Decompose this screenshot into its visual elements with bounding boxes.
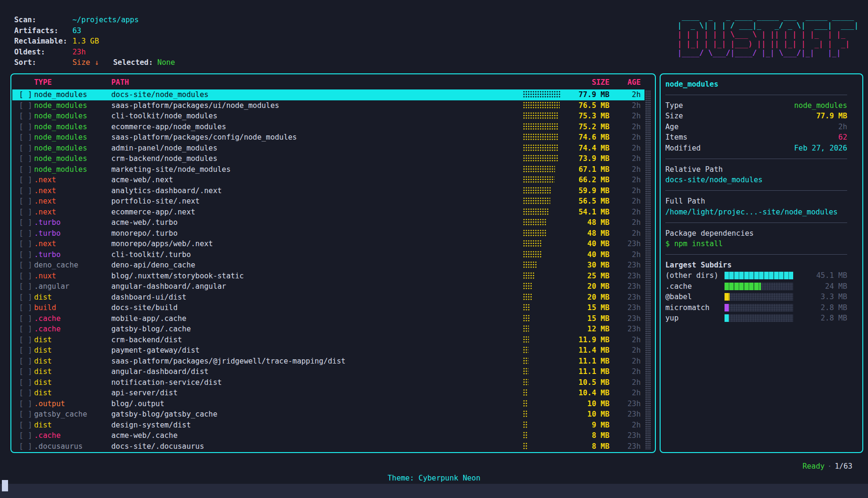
row-checkbox[interactable]: [ ] [19, 324, 32, 335]
column-header-type[interactable]: TYPE [34, 78, 52, 87]
row-checkbox[interactable]: [ ] [19, 292, 32, 303]
table-row[interactable]: [ ] build docs-site/build 15 MB 23h [11, 302, 655, 313]
row-age: 23h [608, 281, 641, 292]
table-row[interactable]: [ ] dist api-server/dist 10.4 MB 2h [11, 388, 655, 399]
table-row[interactable]: [ ] node_modules docs-site/node_modules … [11, 89, 655, 100]
row-checkbox[interactable]: [ ] [19, 430, 32, 441]
detail-kv-row: Age 2h [665, 122, 847, 133]
subdir-label: (other dirs) [665, 271, 718, 280]
row-checkbox[interactable]: [ ] [19, 153, 32, 164]
table-row[interactable]: [ ] dist saas-platform/packages/@jridgew… [11, 356, 655, 367]
row-checkbox[interactable]: [ ] [19, 366, 32, 377]
table-header: TYPE PATH SIZE AGE [11, 78, 655, 89]
row-checkbox[interactable]: [ ] [19, 122, 32, 133]
row-checkbox[interactable]: [ ] [19, 186, 32, 196]
table-row[interactable]: [ ] node_modules saas-platform/packages/… [11, 100, 655, 111]
table-row[interactable]: [ ] dist notification-service/dist 10.5 … [11, 377, 655, 388]
table-row[interactable]: [ ] deno_cache deno-api/deno_cache 30 MB… [11, 260, 655, 271]
row-checkbox[interactable]: [ ] [19, 132, 32, 143]
row-size-bar [523, 410, 528, 418]
table-row[interactable]: [ ] dist payment-gateway/dist 11.4 MB 2h [11, 345, 655, 356]
table-row[interactable]: [ ] .cache mobile-app/.cache 15 MB 23h [11, 313, 655, 324]
row-checkbox[interactable]: [ ] [19, 260, 32, 271]
row-age: 2h [608, 89, 641, 100]
row-checkbox[interactable]: [ ] [19, 143, 32, 154]
table-row[interactable]: [ ] .output blog/.output 10 MB 23h [11, 399, 655, 409]
row-checkbox[interactable]: [ ] [19, 196, 32, 207]
table-row[interactable]: [ ] node_modules crm-backend/node_module… [11, 153, 655, 164]
row-checkbox[interactable]: [ ] [19, 302, 32, 313]
detail-kv-row: Type node_modules [665, 100, 847, 111]
table-row[interactable]: [ ] gatsby_cache gatsby-blog/gatsby_cach… [11, 409, 655, 420]
table-row[interactable]: [ ] .next monorepo/apps/web/.next 40 MB … [11, 239, 655, 249]
row-checkbox[interactable]: [ ] [19, 207, 32, 218]
row-size: 74.4 MB [543, 143, 609, 154]
table-row[interactable]: [ ] .next ecommerce-app/.next 54.1 MB 2h [11, 207, 655, 218]
column-header-size[interactable]: SIZE [592, 78, 609, 87]
row-checkbox[interactable]: [ ] [19, 313, 32, 324]
summary-stat: Reclaimable:1.3 GB [14, 36, 175, 47]
table-scrollbar[interactable] [645, 90, 651, 449]
row-size: 75.3 MB [543, 111, 609, 122]
row-checkbox[interactable]: [ ] [19, 89, 32, 100]
row-type: .turbo [34, 249, 61, 260]
column-header-path[interactable]: PATH [111, 78, 129, 87]
table-row[interactable]: [ ] node_modules saas-platform/packages/… [11, 132, 655, 143]
table-row[interactable]: [ ] dist dashboard-ui/dist 20 MB 23h [11, 292, 655, 303]
row-checkbox[interactable]: [ ] [19, 377, 32, 388]
selected-value: None [157, 58, 175, 67]
table-row[interactable]: [ ] node_modules admin-panel/node_module… [11, 143, 655, 154]
row-size: 15 MB [543, 302, 609, 313]
row-checkbox[interactable]: [ ] [19, 335, 32, 346]
row-checkbox[interactable]: [ ] [19, 388, 32, 399]
table-row[interactable]: [ ] node_modules marketing-site/node_mod… [11, 164, 655, 175]
row-size: 25 MB [543, 271, 609, 282]
artifact-rows: [ ] node_modules docs-site/node_modules … [11, 89, 655, 452]
row-size-bar [523, 272, 535, 280]
row-age: 2h [608, 153, 641, 164]
table-row[interactable]: [ ] dist crm-backend/dist 11.9 MB 2h [11, 335, 655, 346]
row-checkbox[interactable]: [ ] [19, 249, 32, 260]
row-checkbox[interactable]: [ ] [19, 271, 32, 282]
row-checkbox[interactable]: [ ] [19, 441, 32, 452]
row-checkbox[interactable]: [ ] [19, 217, 32, 228]
row-checkbox[interactable]: [ ] [19, 399, 32, 409]
row-checkbox[interactable]: [ ] [19, 420, 32, 431]
row-checkbox[interactable]: [ ] [19, 345, 32, 356]
row-checkbox[interactable]: [ ] [19, 175, 32, 186]
table-row[interactable]: [ ] .turbo monorepo/.turbo 48 MB 2h [11, 228, 655, 239]
table-row[interactable]: [ ] .cache gatsby-blog/.cache 12 MB 23h [11, 324, 655, 335]
table-row[interactable]: [ ] node_modules ecommerce-app/node_modu… [11, 122, 655, 133]
row-checkbox[interactable]: [ ] [19, 356, 32, 367]
table-row[interactable]: [ ] .next portfolio-site/.next 56.5 MB 2… [11, 196, 655, 207]
stat-label: Reclaimable: [14, 36, 72, 47]
table-row[interactable]: [ ] .turbo acme-web/.turbo 48 MB 2h [11, 217, 655, 228]
detail-title: node_modules [665, 79, 847, 90]
table-row[interactable]: [ ] .angular angular-dashboard/.angular … [11, 281, 655, 292]
table-row[interactable]: [ ] .next analytics-dashboard/.next 59.9… [11, 186, 655, 196]
sort-value[interactable]: Size ↓ [72, 58, 99, 67]
row-checkbox[interactable]: [ ] [19, 239, 32, 249]
row-checkbox[interactable]: [ ] [19, 409, 32, 420]
table-row[interactable]: [ ] .next acme-web/.next 66.2 MB 2h [11, 175, 655, 186]
theme-indicator: Theme: Cyberpunk Neon [0, 473, 868, 483]
table-row[interactable]: [ ] .docusaurus docs-site/.docusaurus 8 … [11, 441, 655, 452]
row-checkbox[interactable]: [ ] [19, 164, 32, 175]
table-row[interactable]: [ ] dist design-system/dist 9 MB 2h [11, 420, 655, 431]
table-row[interactable]: [ ] .nuxt blog/.nuxttem/storybook-static… [11, 271, 655, 282]
table-row[interactable]: [ ] dist angular-dashboard/dist 11.1 MB … [11, 366, 655, 377]
row-checkbox[interactable]: [ ] [19, 111, 32, 122]
row-checkbox[interactable]: [ ] [19, 228, 32, 239]
row-size: 8 MB [543, 430, 609, 441]
row-size: 77.9 MB [543, 89, 609, 100]
subdir-label: yup [665, 314, 679, 322]
table-row[interactable]: [ ] .cache acme-web/.cache 8 MB 23h [11, 430, 655, 441]
row-size-bar [523, 304, 530, 311]
table-row[interactable]: [ ] .turbo cli-toolkit/.turbo 40 MB 2h [11, 249, 655, 260]
row-checkbox[interactable]: [ ] [19, 281, 32, 292]
row-age: 2h [608, 175, 641, 186]
table-row[interactable]: [ ] node_modules cli-toolkit/node_module… [11, 111, 655, 122]
column-header-age[interactable]: AGE [627, 78, 641, 87]
full-path-label: Full Path [665, 196, 847, 207]
row-checkbox[interactable]: [ ] [19, 100, 32, 111]
